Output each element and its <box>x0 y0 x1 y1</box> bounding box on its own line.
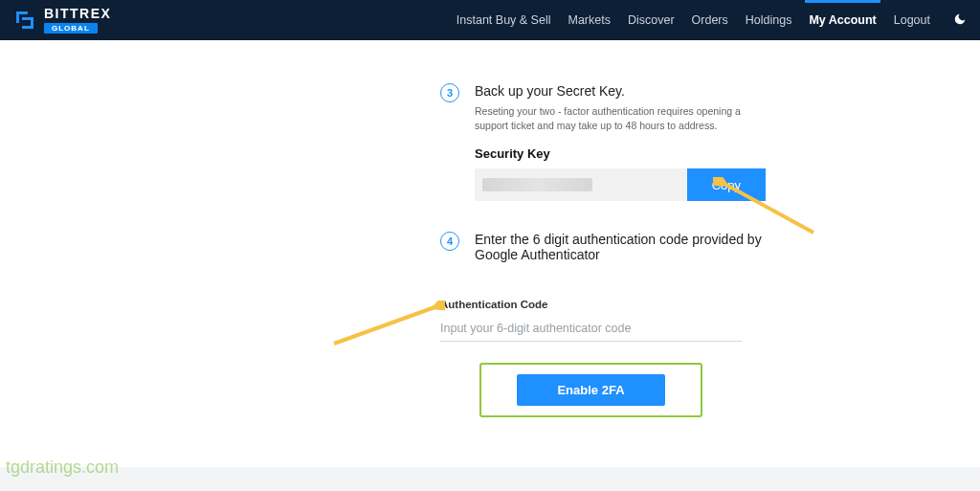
copy-button[interactable]: Copy <box>687 168 766 201</box>
nav-orders[interactable]: Orders <box>692 2 728 38</box>
step-3-note: Reseting your two - factor authenticatio… <box>475 104 766 133</box>
security-key-masked <box>482 178 592 191</box>
footer-band <box>0 467 980 491</box>
step-3-badge: 3 <box>440 83 459 102</box>
enable-2fa-button[interactable]: Enable 2FA <box>517 374 664 406</box>
enable-2fa-highlight: Enable 2FA <box>479 363 702 417</box>
step-4-title: Enter the 6 digit authentication code pr… <box>475 232 766 262</box>
security-key-row: Copy <box>475 168 766 201</box>
nav-instant-buy-sell[interactable]: Instant Buy & Sell <box>457 2 551 38</box>
security-key-label: Security Key <box>475 146 766 161</box>
logo-icon <box>13 9 36 32</box>
dark-mode-toggle[interactable] <box>953 12 967 29</box>
brand-name: BITTREX <box>44 7 111 20</box>
watermark: tgdratings.com <box>6 458 119 478</box>
nav-holdings[interactable]: Holdings <box>746 2 792 38</box>
auth-code-input[interactable] <box>440 316 742 342</box>
step-4-badge: 4 <box>440 232 459 251</box>
security-key-field <box>475 168 687 201</box>
nav-discover[interactable]: Discover <box>628 2 675 38</box>
brand-tag: GLOBAL <box>44 23 98 33</box>
arrow-annotation-input <box>330 301 445 348</box>
auth-code-label: Authentication Code <box>440 299 742 310</box>
auth-code-section: Authentication Code Enable 2FA <box>440 299 742 417</box>
nav-my-account[interactable]: My Account <box>809 2 876 38</box>
content: 3 Back up your Secret Key. Reseting your… <box>196 40 980 491</box>
brand-logo[interactable]: BITTREX GLOBAL <box>13 7 111 33</box>
main-nav: Instant Buy & Sell Markets Discover Orde… <box>457 2 967 38</box>
nav-logout[interactable]: Logout <box>894 2 930 38</box>
moon-icon <box>953 12 967 26</box>
step-3-title: Back up your Secret Key. <box>475 83 766 99</box>
nav-markets[interactable]: Markets <box>568 2 610 38</box>
step-3-section: 3 Back up your Secret Key. Reseting your… <box>440 83 766 201</box>
step-4-section: 4 Enter the 6 digit authentication code … <box>440 232 766 268</box>
top-navbar: BITTREX GLOBAL Instant Buy & Sell Market… <box>0 0 980 40</box>
left-gutter <box>0 40 196 491</box>
